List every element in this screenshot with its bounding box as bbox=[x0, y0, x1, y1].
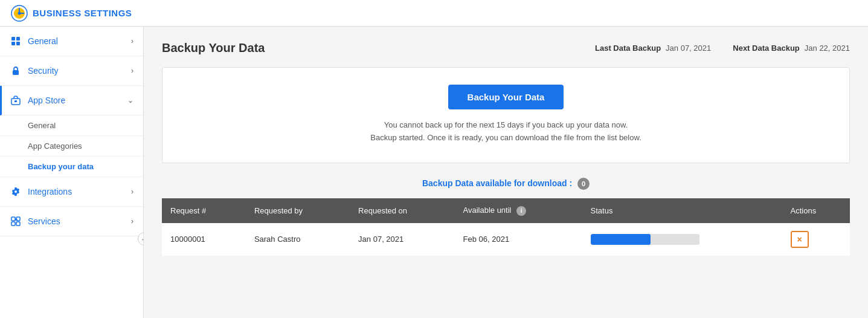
col-header-actions: Actions bbox=[782, 198, 850, 223]
col-header-requested-on: Requested on bbox=[350, 198, 454, 223]
sidebar-item-security[interactable]: Security › bbox=[0, 56, 143, 86]
col-header-requested-by: Requested by bbox=[246, 198, 350, 223]
chevron-right-icon: › bbox=[131, 217, 133, 226]
chevron-right-icon: › bbox=[131, 187, 133, 196]
col-header-available-until: Available until i bbox=[455, 198, 582, 223]
download-section-label: Backup Data available for download : 0 bbox=[162, 178, 850, 190]
sidebar-item-app-store[interactable]: App Store ⌄ bbox=[0, 86, 143, 115]
brand-logo: BUSINESS SETTINGS bbox=[11, 5, 132, 22]
svg-point-10 bbox=[14, 190, 17, 193]
download-count-badge: 0 bbox=[577, 178, 590, 190]
backup-card: Backup Your Data You cannot back up for … bbox=[162, 67, 850, 163]
sidebar-item-integrations[interactable]: Integrations › bbox=[0, 177, 143, 207]
cell-status bbox=[582, 223, 782, 256]
backup-note-1: You cannot back up for the next 15 days … bbox=[175, 120, 837, 129]
brand-logo-icon bbox=[11, 5, 28, 22]
svg-rect-4 bbox=[16, 37, 20, 41]
cell-request-num: 10000001 bbox=[162, 223, 246, 256]
table-icon bbox=[10, 35, 22, 47]
col-header-request: Request # bbox=[162, 198, 246, 223]
cell-available-until: Feb 06, 2021 bbox=[455, 223, 582, 256]
submenu-general-label: General bbox=[28, 121, 56, 130]
sidebar-label-services: Services bbox=[28, 216, 60, 226]
submenu-backup-label: Backup your data bbox=[28, 162, 94, 171]
top-header: BUSINESS SETTINGS bbox=[0, 0, 868, 27]
sidebar-label-integrations: Integrations bbox=[28, 187, 72, 196]
sidebar: General › Security › App Store ⌄ General… bbox=[0, 27, 144, 318]
chevron-down-icon: ⌄ bbox=[127, 96, 133, 105]
sidebar-label-security: Security bbox=[28, 66, 59, 76]
submenu-app-categories-label: App Categories bbox=[28, 141, 82, 151]
svg-rect-9 bbox=[14, 100, 17, 102]
backup-note-2: Backup started. Once it is ready, you ca… bbox=[175, 133, 837, 142]
svg-rect-13 bbox=[11, 222, 15, 226]
sidebar-item-services[interactable]: Services › bbox=[0, 207, 143, 236]
cell-actions: × bbox=[782, 223, 850, 256]
table-row: 10000001 Sarah Castro Jan 07, 2021 Feb 0… bbox=[162, 223, 850, 256]
chevron-right-icon: › bbox=[131, 67, 133, 75]
svg-rect-11 bbox=[11, 217, 15, 221]
store-icon bbox=[10, 94, 22, 106]
app-layout: General › Security › App Store ⌄ General… bbox=[0, 27, 868, 318]
backup-table: Request # Requested by Requested on Avai… bbox=[162, 198, 850, 256]
svg-point-2 bbox=[18, 11, 21, 15]
svg-rect-3 bbox=[11, 37, 15, 41]
status-bar-fill bbox=[591, 234, 651, 245]
puzzle-icon bbox=[10, 215, 22, 227]
last-backup-label: Last Data Backup bbox=[595, 44, 661, 53]
svg-rect-6 bbox=[16, 42, 20, 45]
delete-button[interactable]: × bbox=[791, 231, 809, 248]
status-bar-container bbox=[591, 234, 699, 245]
svg-rect-14 bbox=[16, 222, 20, 226]
cell-requested-by: Sarah Castro bbox=[246, 223, 350, 256]
sidebar-label-general: General bbox=[28, 36, 58, 46]
gear-icon bbox=[10, 186, 22, 198]
download-label-text: Backup Data available for download : bbox=[422, 178, 572, 188]
app-store-submenu: General App Categories Backup your data bbox=[0, 115, 143, 177]
page-header: Backup Your Data Last Data Backup Jan 07… bbox=[162, 41, 850, 55]
last-backup-date: Jan 07, 2021 bbox=[666, 44, 711, 53]
backup-meta: Last Data Backup Jan 07, 2021 Next Data … bbox=[595, 44, 850, 53]
available-until-info-icon[interactable]: i bbox=[516, 206, 526, 216]
sidebar-item-general[interactable]: General › bbox=[0, 27, 143, 56]
next-backup-label: Next Data Backup bbox=[733, 44, 800, 53]
submenu-app-categories[interactable]: App Categories bbox=[0, 136, 143, 157]
col-header-status: Status bbox=[582, 198, 782, 223]
chevron-right-icon: › bbox=[131, 37, 133, 45]
brand-title: BUSINESS SETTINGS bbox=[33, 8, 132, 18]
svg-rect-7 bbox=[13, 70, 19, 75]
lock-icon bbox=[10, 65, 22, 77]
sidebar-collapse-btn[interactable]: ◀ bbox=[138, 232, 144, 245]
cell-requested-on: Jan 07, 2021 bbox=[350, 223, 454, 256]
submenu-general[interactable]: General bbox=[0, 115, 143, 136]
sidebar-label-app-store: App Store bbox=[28, 96, 65, 105]
main-content: Backup Your Data Last Data Backup Jan 07… bbox=[144, 27, 868, 318]
submenu-backup-your-data[interactable]: Backup your data bbox=[0, 157, 143, 177]
svg-rect-5 bbox=[11, 42, 15, 45]
next-backup-date: Jan 22, 2021 bbox=[805, 44, 850, 53]
page-title: Backup Your Data bbox=[162, 41, 595, 55]
backup-button[interactable]: Backup Your Data bbox=[448, 85, 564, 109]
